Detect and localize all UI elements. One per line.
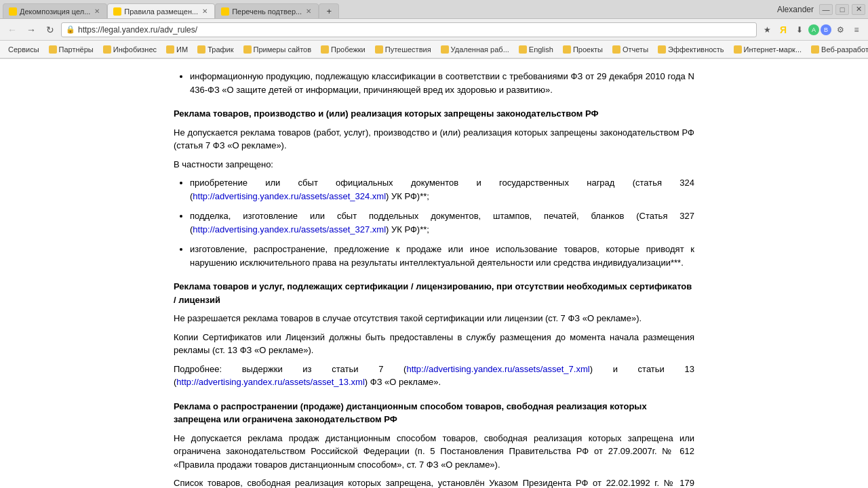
bookmark-label: Проекты	[573, 45, 603, 54]
bookmark-marketing[interactable]: Интернет-марк...	[730, 44, 806, 55]
browser-chrome: Декомпозиция цел... ✕ Правила размещен..…	[0, 0, 868, 59]
star-bookmark-icon[interactable]: ★	[760, 22, 774, 37]
tab-favicon-3	[221, 7, 229, 16]
window-controls: — □ ✕	[819, 4, 865, 15]
bookmark-infobiz[interactable]: Инфобизнес	[99, 44, 161, 55]
close-button[interactable]: ✕	[852, 4, 865, 15]
folder-icon	[375, 45, 383, 54]
bookmark-english[interactable]: English	[515, 44, 557, 55]
bookmark-label: Веб-разработка	[821, 45, 868, 54]
link-asset-324[interactable]: http://advertising.yandex.ru/assets/asse…	[193, 191, 386, 201]
bookmark-partners[interactable]: Партнёры	[45, 44, 98, 55]
forward-button[interactable]: →	[23, 22, 39, 38]
tab-4[interactable]: +	[319, 3, 339, 18]
list-item: приобретение или сбыт официальных докуме…	[190, 176, 694, 203]
folder-icon	[321, 45, 329, 54]
address-bar[interactable]: 🔒 https://legal.yandex.ru/adv_rules/	[61, 22, 757, 37]
ssl-lock-icon: 🔒	[66, 25, 75, 34]
nav-right-buttons: ★ Я ⬇ A B ⚙ ≡	[760, 22, 864, 37]
extension-icon-1[interactable]: A	[808, 24, 819, 35]
url-text: https://legal.yandex.ru/adv_rules/	[78, 25, 197, 35]
tab-close-1[interactable]: ✕	[93, 7, 101, 15]
link-asset-13[interactable]: http://advertising.yandex.ru/assets/asse…	[176, 377, 364, 387]
tab-1[interactable]: Декомпозиция цел... ✕	[3, 3, 107, 18]
bookmark-projects[interactable]: Проекты	[559, 44, 607, 55]
bookmark-efficiency[interactable]: Эффективность	[654, 44, 728, 55]
tab-favicon-1	[9, 7, 17, 16]
bookmark-label: ИМ	[176, 45, 188, 54]
folder-icon	[103, 45, 111, 54]
page-content[interactable]: информационную продукцию, подлежащую кла…	[0, 59, 868, 488]
bookmark-im[interactable]: ИМ	[162, 44, 192, 55]
tabs-area: Декомпозиция цел... ✕ Правила размещен..…	[3, 0, 777, 18]
bookmark-label: Пробежки	[331, 45, 366, 54]
extension-icon-3[interactable]: ⚙	[833, 22, 848, 37]
link-asset-7[interactable]: http://advertising.yandex.ru/assets/asse…	[406, 364, 589, 374]
tab-label-3: Перечень подтвер...	[232, 7, 302, 16]
bookmark-label: Отчеты	[623, 45, 648, 54]
maximize-button[interactable]: □	[835, 4, 849, 15]
tab-2[interactable]: Правила размещен... ✕	[107, 3, 215, 18]
section1-bullets: приобретение или сбыт официальных докуме…	[190, 176, 694, 269]
section1-para1: Не допускается реклама товаров (работ, у…	[174, 126, 694, 152]
list-item: информационную продукцию, подлежащую кла…	[190, 70, 694, 96]
bookmark-label: Инфобизнес	[113, 45, 157, 54]
minimize-button[interactable]: —	[819, 4, 833, 15]
extension-icon-2[interactable]: B	[821, 24, 831, 35]
user-label: Alexander	[777, 5, 814, 14]
bookmark-label: Интернет-марк...	[744, 45, 802, 54]
folder-icon	[519, 45, 527, 54]
bookmark-examples[interactable]: Примеры сайтов	[239, 44, 316, 55]
bookmark-travel[interactable]: Путешествия	[371, 44, 435, 55]
section2-para3: Подробнее: выдержки из статьи 7 (http://…	[174, 363, 694, 389]
list-item-text: подделка, изготовление или сбыт поддельн…	[190, 211, 694, 235]
bookmark-traffic[interactable]: Трафик	[193, 44, 237, 55]
folder-icon	[243, 45, 252, 54]
yandex-icon[interactable]: Я	[776, 22, 791, 37]
nav-bar: ← → ↻ 🔒 https://legal.yandex.ru/adv_rule…	[0, 19, 868, 41]
intro-bullet-list: информационную продукцию, подлежащую кла…	[190, 70, 694, 96]
list-item-text: изготовление, распространение, предложен…	[190, 244, 694, 268]
bookmark-runs[interactable]: Пробежки	[317, 44, 370, 55]
folder-icon	[166, 45, 174, 54]
section3-heading: Реклама о распространении (продаже) дист…	[174, 400, 694, 426]
section2-heading: Реклама товаров и услуг, подлежащих серт…	[174, 280, 694, 306]
bookmark-label: Трафик	[208, 45, 233, 54]
folder-icon	[441, 45, 449, 54]
bookmark-reports[interactable]: Отчеты	[608, 44, 652, 55]
section2-para3-after: ) ФЗ «О рекламе».	[365, 377, 441, 387]
menu-icon[interactable]: ≡	[849, 22, 864, 37]
back-button[interactable]: ←	[4, 22, 20, 38]
bookmark-label: Партнёры	[59, 45, 94, 54]
section3-para2: Список товаров, свободная реализация кот…	[174, 476, 694, 488]
bookmark-webdev[interactable]: Веб-разработка	[807, 44, 868, 55]
bookmark-label: Сервисы	[8, 45, 39, 54]
tab-close-3[interactable]: ✕	[304, 7, 313, 15]
list-item-text: информационную продукцию, подлежащую кла…	[190, 71, 694, 95]
section2-para3-before: Подробнее: выдержки из статьи 7 (	[174, 364, 406, 374]
tab-close-2[interactable]: ✕	[201, 7, 209, 15]
bookmarks-bar: Сервисы Партнёры Инфобизнес ИМ Трафик Пр…	[0, 41, 868, 58]
content-area: информационную продукцию, подлежащую кла…	[163, 59, 705, 488]
folder-icon	[49, 45, 57, 54]
bookmark-label: Путешествия	[385, 45, 431, 54]
link-asset-327[interactable]: http://advertising.yandex.ru/assets/asse…	[193, 224, 386, 235]
bookmark-label: English	[529, 45, 553, 54]
tab-3[interactable]: Перечень подтвер... ✕	[215, 3, 319, 18]
bookmark-remote[interactable]: Удаленная раб...	[437, 44, 513, 55]
list-item-text: приобретение или сбыт официальных докуме…	[190, 178, 694, 201]
folder-icon	[563, 45, 571, 54]
folder-icon	[658, 45, 666, 54]
folder-icon	[197, 45, 205, 54]
download-icon[interactable]: ⬇	[792, 22, 807, 37]
list-item: изготовление, распространение, предложен…	[190, 243, 694, 269]
section3-para1: Не допускается реклама продаж дистанцион…	[174, 432, 694, 472]
bookmark-label: Эффективность	[668, 45, 724, 54]
title-bar: Декомпозиция цел... ✕ Правила размещен..…	[0, 0, 868, 19]
tab-label-2: Правила размещен...	[124, 7, 198, 16]
tab-label-4: +	[326, 6, 332, 16]
bookmark-label: Удаленная раб...	[451, 45, 509, 54]
bookmark-services[interactable]: Сервисы	[4, 44, 43, 55]
folder-icon	[612, 45, 620, 54]
refresh-button[interactable]: ↻	[42, 22, 58, 38]
